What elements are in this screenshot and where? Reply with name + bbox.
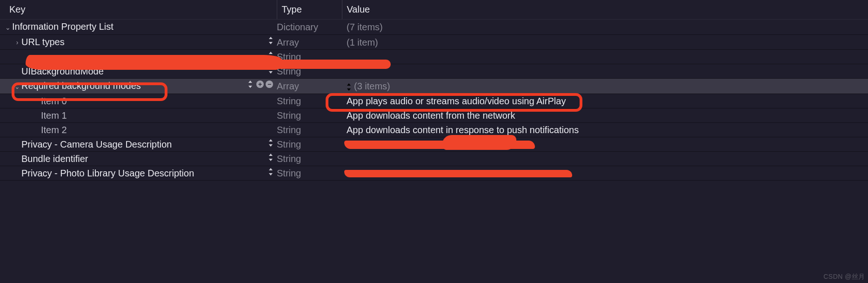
type-stepper-icon[interactable] xyxy=(268,37,273,45)
type-cell[interactable]: Array xyxy=(277,79,342,94)
type-label: String xyxy=(277,168,301,178)
type-cell[interactable]: String xyxy=(277,64,342,79)
table-row[interactable]: Privacy - Photo Library Usage Descriptio… xyxy=(0,166,868,181)
type-label: String xyxy=(277,52,301,62)
header-type[interactable]: Type xyxy=(277,0,342,20)
table-header-row: Key Type Value xyxy=(0,0,868,20)
header-key[interactable]: Key xyxy=(0,0,277,20)
type-cell[interactable]: String xyxy=(277,166,342,181)
type-cell[interactable]: String xyxy=(277,123,342,137)
value-stepper-icon[interactable] xyxy=(347,83,351,91)
key-cell[interactable]: Bundle identifier xyxy=(0,152,277,166)
key-label: Item 2 xyxy=(41,125,67,135)
type-stepper-icon[interactable] xyxy=(268,66,273,74)
value-cell[interactable]: (1 item) xyxy=(342,34,868,50)
value-label: App downloads content from the network xyxy=(347,110,515,121)
key-cell[interactable]: Item 0 xyxy=(0,94,277,108)
table-row[interactable]: +−⌄Required background modesArray(3 item… xyxy=(0,79,868,94)
table-row[interactable]: ⌄Information Property ListDictionary(7 i… xyxy=(0,20,868,35)
chevron-down-icon[interactable]: ⌄ xyxy=(5,22,11,33)
key-label: Item 0 xyxy=(41,96,67,106)
chevron-down-icon[interactable]: ⌄ xyxy=(14,81,20,92)
type-stepper-icon[interactable] xyxy=(268,139,273,147)
add-remove-buttons[interactable]: +− xyxy=(256,81,273,88)
key-cell[interactable]: Privacy - Camera Usage Description xyxy=(0,137,277,152)
type-label: String xyxy=(277,154,301,164)
type-label: Dictionary xyxy=(277,22,318,32)
table-row[interactable]: Bundle identifierString xyxy=(0,152,868,166)
plist-table: Key Type Value ⌄Information Property Lis… xyxy=(0,0,868,181)
value-label: (3 items) xyxy=(354,81,390,91)
header-value[interactable]: Value xyxy=(342,0,868,20)
type-stepper-icon[interactable] xyxy=(268,168,273,176)
key-label: Bundle identifier xyxy=(21,154,88,164)
key-label: Required background modes xyxy=(21,81,141,91)
value-label: (1 item) xyxy=(347,37,378,47)
table-row[interactable]: UIBackgroundModeString xyxy=(0,64,868,79)
key-label: UIBackgroundMode xyxy=(21,66,104,76)
key-label: Privacy - Camera Usage Description xyxy=(21,139,172,149)
type-stepper-icon[interactable] xyxy=(248,81,253,88)
key-label: URL types xyxy=(21,37,65,47)
value-cell[interactable]: App downloads content from the network xyxy=(342,108,868,123)
key-label: Information Property List xyxy=(12,21,114,32)
type-cell[interactable]: String xyxy=(277,50,342,64)
plus-icon[interactable]: + xyxy=(256,81,264,88)
type-label: String xyxy=(277,110,301,121)
value-cell[interactable] xyxy=(342,137,868,152)
type-cell[interactable]: String xyxy=(277,152,342,166)
type-cell[interactable]: Dictionary xyxy=(277,20,342,35)
table-row[interactable]: Privacy - Camera Usage DescriptionString xyxy=(0,137,868,152)
value-cell[interactable] xyxy=(342,50,868,64)
table-row[interactable]: Item 1StringApp downloads content from t… xyxy=(0,108,868,123)
key-label: Item 1 xyxy=(41,110,67,121)
value-cell[interactable]: App downloads content in response to pus… xyxy=(342,123,868,137)
chevron-right-icon[interactable]: › xyxy=(14,37,20,47)
minus-icon[interactable]: − xyxy=(266,81,273,88)
key-cell[interactable]: Item 2 xyxy=(0,123,277,137)
value-cell[interactable] xyxy=(342,166,868,181)
type-label: String xyxy=(277,66,301,76)
watermark: CSDN @丝月 xyxy=(823,273,865,281)
table-row[interactable]: String xyxy=(0,50,868,64)
key-cell[interactable]: Item 1 xyxy=(0,108,277,123)
key-cell[interactable]: ⌄Information Property List xyxy=(0,20,277,35)
key-cell[interactable] xyxy=(0,50,277,64)
value-label: (7 items) xyxy=(347,22,383,32)
type-cell[interactable]: String xyxy=(277,94,342,108)
table-row[interactable]: Item 0StringApp plays audio or streams a… xyxy=(0,94,868,108)
key-cell[interactable]: Privacy - Photo Library Usage Descriptio… xyxy=(0,166,277,181)
type-label: Array xyxy=(277,37,299,47)
value-label: App plays audio or streams audio/video u… xyxy=(347,96,566,106)
key-label: Privacy - Photo Library Usage Descriptio… xyxy=(21,168,194,178)
type-stepper-icon[interactable] xyxy=(268,154,273,162)
value-cell[interactable] xyxy=(342,64,868,79)
type-label: String xyxy=(277,139,301,149)
key-cell[interactable]: UIBackgroundMode xyxy=(0,64,277,79)
table-row[interactable]: ›URL typesArray(1 item) xyxy=(0,34,868,50)
key-cell[interactable]: ›URL types xyxy=(0,34,277,50)
type-label: String xyxy=(277,125,301,135)
key-cell[interactable]: +−⌄Required background modes xyxy=(0,79,277,94)
type-cell[interactable]: String xyxy=(277,137,342,152)
type-cell[interactable]: Array xyxy=(277,34,342,50)
value-cell[interactable]: (7 items) xyxy=(342,20,868,35)
type-stepper-icon[interactable] xyxy=(268,52,273,60)
type-label: Array xyxy=(277,81,299,91)
type-label: String xyxy=(277,96,301,106)
value-cell[interactable]: App plays audio or streams audio/video u… xyxy=(342,94,868,108)
table-row[interactable]: Item 2StringApp downloads content in res… xyxy=(0,123,868,137)
value-cell[interactable] xyxy=(342,152,868,166)
value-label: App downloads content in response to pus… xyxy=(347,125,579,135)
type-cell[interactable]: String xyxy=(277,108,342,123)
value-cell[interactable]: (3 items) xyxy=(342,79,868,94)
